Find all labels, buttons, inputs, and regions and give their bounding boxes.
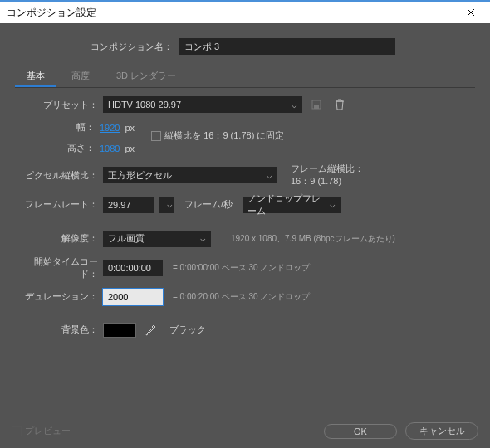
comp-name-label: コンポジション名： bbox=[15, 41, 173, 53]
height-unit: px bbox=[125, 144, 135, 153]
window-title: コンポジション設定 bbox=[7, 6, 458, 20]
duration-info: = 0:00:20:00 ベース 30 ノンドロップ bbox=[173, 291, 310, 303]
start-tc-info: = 0:00:00:00 ベース 30 ノンドロップ bbox=[173, 262, 310, 274]
comp-name-input[interactable] bbox=[179, 38, 395, 55]
start-tc-label: 開始タイムコード： bbox=[18, 256, 98, 280]
resolution-label: 解像度： bbox=[18, 232, 98, 245]
duration-label: デュレーション： bbox=[18, 290, 98, 303]
drop-type-value: ノンドロップフレーム bbox=[247, 192, 325, 217]
eyedropper-icon bbox=[145, 324, 156, 336]
height-label: 高さ： bbox=[18, 142, 95, 154]
preview-checkbox[interactable] bbox=[12, 426, 22, 436]
chevron-down-icon: ⌵ bbox=[267, 170, 272, 181]
tabs: 基本 高度 3D レンダラー bbox=[15, 66, 475, 88]
preset-delete-button[interactable] bbox=[331, 96, 349, 113]
title-bar: コンポジション設定 bbox=[0, 0, 490, 23]
close-button[interactable] bbox=[458, 2, 483, 23]
framerate-value: 29.97 bbox=[108, 200, 131, 210]
height-value[interactable]: 1080 bbox=[100, 144, 120, 153]
framerate-input[interactable]: 29.97 bbox=[103, 197, 154, 213]
chevron-down-icon: ⌵ bbox=[167, 199, 173, 210]
chevron-down-icon: ⌵ bbox=[330, 199, 336, 210]
width-unit: px bbox=[125, 123, 135, 133]
pixel-aspect-label: ピクセル縦横比： bbox=[18, 169, 98, 182]
eyedropper-button[interactable] bbox=[145, 324, 158, 337]
drop-type-select[interactable]: ノンドロップフレーム ⌵ bbox=[243, 197, 341, 213]
preset-select[interactable]: HDTV 1080 29.97 ⌵ bbox=[103, 96, 302, 113]
bgcolor-label: 背景色： bbox=[18, 324, 98, 336]
bgcolor-swatch[interactable] bbox=[103, 323, 136, 338]
ok-button[interactable]: OK bbox=[324, 424, 397, 439]
save-icon bbox=[311, 99, 322, 110]
resolution-value: フル画質 bbox=[108, 232, 145, 245]
width-value[interactable]: 1920 bbox=[100, 123, 120, 133]
chevron-down-icon: ⌵ bbox=[292, 100, 297, 110]
tab-renderer[interactable]: 3D レンダラー bbox=[105, 66, 188, 87]
framerate-unit: フレーム/秒 bbox=[184, 198, 233, 211]
start-tc-input[interactable] bbox=[103, 260, 163, 276]
tab-basic[interactable]: 基本 bbox=[15, 66, 56, 87]
preset-value: HDTV 1080 29.97 bbox=[108, 100, 181, 110]
lock-aspect-checkbox[interactable] bbox=[151, 131, 161, 141]
preset-save-button[interactable] bbox=[307, 96, 326, 113]
bgcolor-name: ブラック bbox=[169, 324, 206, 336]
width-label: 幅： bbox=[18, 121, 95, 134]
cancel-button[interactable]: キャンセル bbox=[405, 422, 478, 440]
lock-aspect-label: 縦横比を 16：9 (1.78) に固定 bbox=[164, 129, 284, 142]
preset-label: プリセット： bbox=[18, 99, 98, 111]
frame-aspect-info: フレーム縦横比： 16：9 (1.78) bbox=[291, 163, 364, 188]
chevron-down-icon: ⌵ bbox=[200, 233, 206, 244]
close-icon bbox=[467, 8, 475, 17]
framerate-label: フレームレート： bbox=[18, 198, 98, 211]
framerate-dropdown[interactable]: ⌵ bbox=[159, 197, 174, 213]
tab-advanced[interactable]: 高度 bbox=[60, 66, 101, 87]
resolution-info: 1920 x 1080、7.9 MB (8bpcフレームあたり) bbox=[231, 233, 395, 245]
resolution-select[interactable]: フル画質 ⌵ bbox=[103, 231, 211, 247]
preview-label: プレビュー bbox=[25, 425, 71, 437]
svg-rect-1 bbox=[314, 105, 319, 109]
pixel-aspect-value: 正方形ピクセル bbox=[108, 169, 172, 182]
trash-icon bbox=[335, 99, 345, 110]
duration-input[interactable] bbox=[103, 289, 163, 305]
pixel-aspect-select[interactable]: 正方形ピクセル ⌵ bbox=[103, 167, 277, 183]
